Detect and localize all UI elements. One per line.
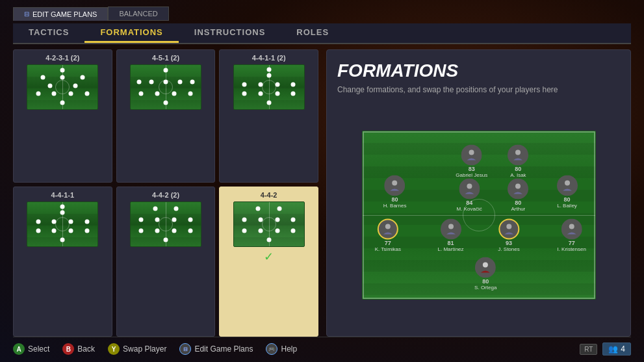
action-help[interactable]: 🎮 Help xyxy=(266,343,297,355)
player-avatar-barnes xyxy=(385,175,406,196)
action-swap-label: Swap Player xyxy=(123,344,166,354)
player-rating-ortega: 80 xyxy=(482,278,489,285)
player-name-martinez: L. Martínez xyxy=(438,246,464,252)
action-help-label: Help xyxy=(281,344,297,354)
player-name-kovacic: M. Kovačić xyxy=(457,206,482,212)
players-count-value: 4 xyxy=(621,344,625,354)
action-edit-game-plans[interactable]: ⊟ Edit Game Plans xyxy=(179,343,253,355)
player-avatar-stones xyxy=(498,218,519,239)
svg-point-7 xyxy=(448,224,454,229)
selected-check: ✓ xyxy=(264,250,274,264)
formation-name-3: 4-4-1-1 xyxy=(51,191,74,199)
formation-card-1[interactable]: 4-5-1 (2) xyxy=(116,49,216,183)
tab-balanced-label: BALANCED xyxy=(119,10,157,18)
formations-grid: 4-2-3-1 (2) xyxy=(13,49,318,337)
action-back[interactable]: B Back xyxy=(62,343,95,355)
player-stones[interactable]: 93 J. Stones xyxy=(498,218,519,252)
tab-instructions[interactable]: INSTRUCTIONS xyxy=(179,23,281,43)
mini-pitch-2 xyxy=(233,64,305,110)
player-kristensen[interactable]: 77 I. Kristensen xyxy=(557,218,586,252)
player-arthur[interactable]: 80 Arthur xyxy=(508,179,528,212)
formation-card-4[interactable]: 4-4-2 (2) xyxy=(116,187,216,337)
action-select[interactable]: A Select xyxy=(13,343,49,355)
tab-balanced[interactable]: BALANCED xyxy=(108,6,168,21)
formations-desc: Change formations, and swap the position… xyxy=(337,85,620,94)
player-avatar-kovacic xyxy=(459,179,480,200)
player-rating-gabriel-jesus: 83 xyxy=(469,166,475,172)
player-tsimikas[interactable]: 77 K. Tsimikas xyxy=(375,218,401,252)
player-rating-barnes: 80 xyxy=(392,196,398,202)
btn-b-icon: B xyxy=(62,343,74,355)
tab-roles[interactable]: ROLES xyxy=(281,23,344,43)
bottom-bar: A Select B Back Y Swap Player ⊟ Edit Gam… xyxy=(13,337,631,356)
tab-edit-game-plans[interactable]: ⊟ EDIT GAME PLANS xyxy=(13,7,108,21)
player-kovacic[interactable]: 84 M. Kovačić xyxy=(457,179,482,212)
mini-pitch-3 xyxy=(27,201,98,247)
tab-tactics[interactable]: TACTICS xyxy=(13,23,84,43)
formation-card-0[interactable]: 4-2-3-1 (2) xyxy=(13,49,112,183)
player-bailey[interactable]: 80 L. Bailey xyxy=(557,175,578,208)
right-panel: FORMATIONS Change formations, and swap t… xyxy=(326,49,631,337)
player-name-kristensen: I. Kristensen xyxy=(557,246,586,252)
player-name-stones: J. Stones xyxy=(498,246,519,252)
player-barnes[interactable]: 80 H. Barnes xyxy=(383,175,407,208)
btn-help-icon: 🎮 xyxy=(266,343,277,355)
svg-point-9 xyxy=(569,224,574,229)
btn-a-icon: A xyxy=(13,343,25,355)
tab-edit-label: EDIT GAME PLANS xyxy=(32,10,97,18)
player-avatar-kristensen xyxy=(561,218,582,239)
svg-point-4 xyxy=(515,184,521,189)
player-name-isak: A. Isak xyxy=(510,172,526,178)
player-avatar-ortega xyxy=(475,257,496,278)
player-avatar-isak xyxy=(508,145,528,166)
player-name-tsimikas: K. Tsimikas xyxy=(375,246,401,252)
formation-card-5[interactable]: 4-4-2 ✓ xyxy=(219,187,318,337)
formation-name-2: 4-4-1-1 (2) xyxy=(252,54,286,62)
mini-pitch-0 xyxy=(27,64,98,110)
action-swap-player[interactable]: Y Swap Player xyxy=(108,343,166,355)
btn-menu-icon: ⊟ xyxy=(179,343,191,355)
formations-title: FORMATIONS xyxy=(337,60,620,81)
content-area: 4-2-3-1 (2) xyxy=(13,49,631,337)
formation-name-4: 4-4-2 (2) xyxy=(152,191,179,199)
mini-pitch-4 xyxy=(130,201,201,247)
player-avatar-bailey xyxy=(557,175,578,196)
mini-pitch-1 xyxy=(130,64,201,110)
player-rating-kovacic: 84 xyxy=(466,200,472,206)
nav-tabs-bar: TACTICS FORMATIONS INSTRUCTIONS ROLES xyxy=(13,23,631,44)
svg-point-8 xyxy=(506,224,511,229)
action-back-label: Back xyxy=(77,344,95,354)
formation-card-2[interactable]: 4-4-1-1 (2) xyxy=(219,49,318,183)
player-name-ortega: S. Ortega xyxy=(474,285,496,291)
action-select-label: Select xyxy=(28,344,49,354)
player-ortega[interactable]: 80 S. Ortega xyxy=(474,257,496,291)
player-name-barnes: H. Barnes xyxy=(383,202,407,208)
player-avatar-arthur xyxy=(508,179,528,200)
player-rating-isak: 80 xyxy=(515,166,521,172)
svg-point-3 xyxy=(467,184,472,189)
player-martinez[interactable]: 81 L. Martínez xyxy=(438,218,464,252)
btn-y-icon: Y xyxy=(108,343,120,355)
player-rating-tsimikas: 77 xyxy=(385,239,391,246)
player-avatar-tsimikas xyxy=(378,218,398,239)
svg-point-6 xyxy=(385,224,391,229)
big-pitch-container: 83 Gabriel Jesus 80 A. Isak xyxy=(337,105,620,326)
svg-point-0 xyxy=(469,150,474,155)
player-isak[interactable]: 80 A. Isak xyxy=(508,145,528,178)
player-gabriel-jesus[interactable]: 83 Gabriel Jesus xyxy=(456,145,487,178)
svg-point-1 xyxy=(515,150,521,155)
formation-card-3[interactable]: 4-4-1-1 xyxy=(13,187,112,337)
tab-formations[interactable]: FORMATIONS xyxy=(84,23,178,43)
bottom-right: RT 👥 4 xyxy=(580,343,631,356)
formation-name-0: 4-2-3-1 (2) xyxy=(45,54,79,62)
menu-icon: ⊟ xyxy=(24,10,29,18)
players-count-badge: 👥 4 xyxy=(602,343,631,356)
player-rating-kristensen: 77 xyxy=(569,239,575,246)
formation-name-5: 4-4-2 xyxy=(261,191,277,199)
formation-name-1: 4-5-1 (2) xyxy=(152,54,179,62)
action-edit-label: Edit Game Plans xyxy=(194,344,253,354)
top-tabs-bar: ⊟ EDIT GAME PLANS BALANCED xyxy=(13,6,631,21)
mini-pitch-5 xyxy=(233,201,305,247)
player-rating-stones: 93 xyxy=(506,239,512,246)
player-rating-bailey: 80 xyxy=(564,196,571,202)
